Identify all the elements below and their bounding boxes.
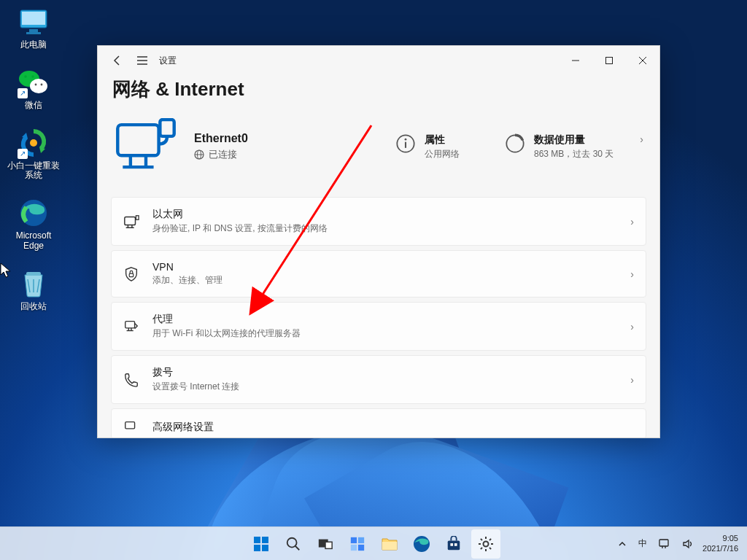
minimize-button[interactable] bbox=[559, 46, 592, 75]
taskbar-clock[interactable]: 9:05 2021/7/16 bbox=[703, 534, 738, 554]
settings-item-vpn[interactable]: VPN添加、连接、管理 › bbox=[111, 250, 646, 298]
svg-rect-46 bbox=[125, 422, 135, 429]
info-sub: 863 MB，过去 30 天 bbox=[534, 148, 614, 160]
proxy-icon bbox=[123, 319, 139, 335]
desktop-icon-label: 此电脑 bbox=[20, 40, 47, 50]
desktop-icon-wechat[interactable]: ↗ 微信 bbox=[6, 66, 61, 111]
svg-marker-11 bbox=[22, 133, 28, 139]
svg-point-12 bbox=[30, 139, 37, 147]
item-sub: 设置拨号 Internet 连接 bbox=[152, 381, 617, 393]
svg-point-8 bbox=[35, 83, 37, 85]
close-button[interactable] bbox=[626, 46, 659, 75]
maximize-button[interactable] bbox=[592, 46, 626, 75]
chevron-right-icon: › bbox=[630, 374, 634, 386]
item-sub: 添加、连接、管理 bbox=[152, 274, 617, 287]
item-sub: 用于 Wi-Fi 和以太网连接的代理服务器 bbox=[152, 327, 617, 340]
chevron-right-icon: › bbox=[630, 321, 634, 332]
svg-rect-42 bbox=[125, 321, 135, 327]
desktop-icon-xiaobai[interactable]: ↗ 小白一键重装 系统 bbox=[6, 127, 61, 182]
settings-item-proxy[interactable]: 代理用于 Wi-Fi 和以太网连接的代理服务器 › bbox=[111, 302, 646, 351]
info-title: 属性 bbox=[425, 133, 460, 147]
chevron-right-icon: › bbox=[640, 133, 643, 145]
svg-rect-19 bbox=[606, 58, 613, 64]
settings-taskbar-button[interactable] bbox=[471, 529, 500, 559]
ethernet-adapter-name: Ethernet0 bbox=[194, 132, 248, 145]
svg-rect-51 bbox=[262, 545, 268, 551]
svg-rect-2 bbox=[29, 29, 38, 32]
ime-indicator[interactable]: 中 bbox=[635, 537, 650, 550]
svg-rect-62 bbox=[448, 540, 460, 550]
window-titlebar[interactable]: 设置 bbox=[98, 46, 659, 75]
chevron-right-icon: › bbox=[630, 216, 634, 228]
start-button[interactable] bbox=[247, 529, 276, 559]
task-view-button[interactable] bbox=[311, 529, 340, 559]
svg-point-5 bbox=[30, 79, 47, 93]
item-sub: 身份验证, IP 和 DNS 设置, 按流量计费的网络 bbox=[152, 222, 617, 235]
svg-point-33 bbox=[405, 138, 407, 140]
search-button[interactable] bbox=[279, 529, 308, 559]
info-data-usage[interactable]: 数据使用量 863 MB，过去 30 天 › bbox=[505, 133, 643, 160]
edge-button[interactable] bbox=[407, 529, 436, 559]
svg-rect-60 bbox=[382, 542, 397, 550]
chevron-right-icon: › bbox=[630, 268, 634, 280]
shortcut-arrow-icon: ↗ bbox=[18, 88, 28, 98]
info-icon bbox=[395, 133, 416, 154]
desktop-icon-label: 微信 bbox=[25, 101, 42, 111]
svg-point-7 bbox=[31, 75, 34, 78]
svg-rect-26 bbox=[160, 120, 174, 136]
shortcut-arrow-icon: ↗ bbox=[18, 149, 28, 159]
widgets-button[interactable] bbox=[343, 529, 372, 559]
ethernet-status-text: 已连接 bbox=[209, 148, 237, 161]
svg-rect-49 bbox=[262, 537, 268, 543]
page-title: 网络 & Internet bbox=[112, 77, 646, 102]
svg-rect-40 bbox=[136, 215, 139, 219]
item-title: VPN bbox=[152, 261, 617, 273]
item-title: 以太网 bbox=[152, 208, 617, 221]
settings-item-dialup[interactable]: 拨号设置拨号 Internet 连接 › bbox=[111, 355, 646, 404]
back-button[interactable] bbox=[105, 46, 130, 75]
file-explorer-button[interactable] bbox=[375, 529, 404, 559]
info-sub: 公用网络 bbox=[425, 148, 460, 160]
phone-icon bbox=[123, 372, 139, 388]
clock-date: 2021/7/16 bbox=[703, 544, 738, 554]
settings-window: 设置 网络 & Internet Ethernet0 已连接 属性 公用网络 bbox=[97, 45, 660, 438]
data-usage-icon bbox=[505, 133, 525, 154]
svg-rect-56 bbox=[351, 537, 357, 542]
svg-rect-66 bbox=[659, 540, 668, 546]
tray-overflow-button[interactable] bbox=[615, 540, 630, 548]
svg-line-53 bbox=[295, 545, 300, 550]
svg-point-52 bbox=[287, 537, 297, 547]
desktop-icon-label: 回收站 bbox=[20, 302, 47, 312]
ethernet-status-card: Ethernet0 已连接 属性 公用网络 数据使用量 863 MB，过去 30… bbox=[111, 115, 646, 194]
svg-marker-10 bbox=[39, 147, 45, 153]
svg-rect-48 bbox=[254, 537, 260, 543]
svg-point-65 bbox=[484, 541, 489, 546]
svg-point-9 bbox=[41, 83, 43, 85]
desktop-icon-edge[interactable]: Microsoft Edge bbox=[6, 197, 61, 252]
svg-rect-58 bbox=[351, 544, 357, 550]
svg-rect-3 bbox=[26, 32, 41, 34]
svg-rect-50 bbox=[254, 545, 260, 551]
clock-time: 9:05 bbox=[703, 534, 738, 544]
svg-point-6 bbox=[24, 75, 27, 78]
svg-rect-1 bbox=[22, 12, 45, 25]
item-title: 拨号 bbox=[152, 366, 617, 379]
svg-rect-41 bbox=[129, 273, 133, 277]
settings-item-ethernet[interactable]: 以太网身份验证, IP 和 DNS 设置, 按流量计费的网络 › bbox=[111, 197, 646, 246]
taskbar: 中 9:05 2021/7/16 bbox=[0, 526, 747, 560]
store-button[interactable] bbox=[439, 529, 468, 559]
svg-rect-63 bbox=[450, 543, 453, 546]
volume-tray-icon[interactable] bbox=[679, 539, 697, 549]
svg-rect-55 bbox=[325, 542, 332, 548]
desktop-icon-recyclebin[interactable]: 回收站 bbox=[6, 268, 61, 312]
network-tray-icon[interactable] bbox=[656, 539, 673, 549]
settings-item-advanced[interactable]: 高级网络设置 bbox=[111, 408, 646, 438]
svg-rect-57 bbox=[358, 537, 364, 542]
svg-rect-36 bbox=[125, 217, 136, 225]
svg-rect-14 bbox=[26, 272, 41, 276]
info-properties[interactable]: 属性 公用网络 bbox=[395, 133, 460, 160]
advanced-network-icon bbox=[123, 419, 139, 435]
svg-rect-22 bbox=[117, 125, 158, 155]
desktop-icon-this-pc[interactable]: 此电脑 bbox=[6, 6, 61, 50]
hamburger-menu-button[interactable] bbox=[130, 46, 155, 75]
